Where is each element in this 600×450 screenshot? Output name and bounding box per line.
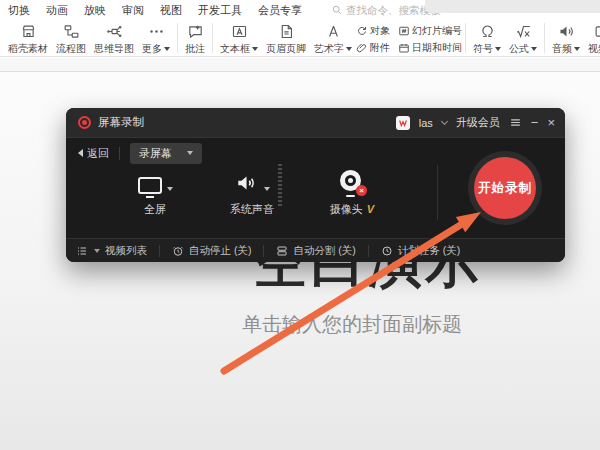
clock-icon (381, 245, 393, 257)
caret-down-icon (94, 249, 100, 253)
slide-subtitle-placeholder[interactable]: 单击输入您的封面副标题 (242, 311, 462, 338)
object-icon (356, 25, 368, 37)
toolbar-separator (177, 23, 178, 53)
dialog-nav-row: 返回 录屏幕 (78, 142, 202, 164)
menu-tab-view[interactable]: 视图 (160, 3, 182, 18)
toolbar-button-attachment[interactable]: 附件 (356, 41, 390, 55)
menu-tab-animation[interactable]: 动画 (46, 3, 68, 18)
calendar-icon (398, 42, 410, 54)
mindmap-icon (106, 23, 123, 40)
toolbar-button-textbox[interactable]: 文本框 (216, 21, 262, 56)
caret-down-icon[interactable] (264, 187, 270, 191)
alarm-clock-icon (172, 245, 184, 257)
omega-icon (479, 23, 496, 40)
shop-icon (20, 23, 37, 40)
footer-separator (368, 245, 369, 257)
scheduled-task-button[interactable]: 计划任务 (关) (381, 244, 460, 258)
arrow-left-icon (78, 149, 83, 157)
vip-badge: V (367, 203, 374, 215)
auto-split-button[interactable]: 自动分割 (关) (276, 244, 355, 258)
toolbar-separator (212, 23, 213, 53)
toolbar-button-header-footer[interactable]: 页眉页脚 (262, 21, 310, 56)
toolbar-button-audio[interactable]: 音频 (548, 21, 584, 56)
toolbar-button-video[interactable]: 视频 (584, 21, 600, 56)
fullscreen-option[interactable]: 全屏 (123, 166, 187, 217)
toolbar-button-more[interactable]: 更多 (138, 21, 174, 56)
comment-icon (187, 23, 204, 40)
split-icon (276, 245, 288, 257)
toolbar-button-slide-number[interactable]: 幻灯片编号 (398, 24, 462, 38)
minimize-button[interactable]: − (531, 116, 539, 129)
camera-off-badge: × (356, 185, 367, 196)
close-button[interactable]: × (547, 116, 555, 129)
dialog-titlebar[interactable]: 屏幕录制 las 升级会员 − × (66, 108, 565, 138)
menu-tab-devtools[interactable]: 开发工具 (198, 3, 242, 18)
menu-tab-review[interactable]: 审阅 (122, 3, 144, 18)
camera-option[interactable]: × 摄像头V (320, 164, 384, 217)
toolbar-stacked-group: 对象 幻灯片编号 附件 日期和时间 (356, 21, 462, 55)
ribbon-lower-band (0, 58, 600, 72)
caret-down-icon (252, 47, 258, 51)
toolbar-button-datetime[interactable]: 日期和时间 (398, 41, 462, 55)
ribbon-toolbar: 稻壳素材 流程图 思维导图 更多 批注 文本框 页眉页脚 艺术字 对象 (0, 20, 600, 57)
toolbar-button-object[interactable]: 对象 (356, 24, 390, 38)
video-icon (594, 23, 600, 40)
screen-record-dialog: 屏幕录制 las 升级会员 − × 返回 录屏幕 全屏 (66, 108, 565, 262)
speaker-icon (558, 23, 575, 40)
slide-number-icon (398, 25, 410, 37)
chevron-down-icon[interactable] (441, 117, 448, 124)
toolbar-button-symbol[interactable]: 符号 (469, 21, 505, 56)
system-sound-option[interactable]: 系统声音 (220, 166, 284, 217)
textbox-icon (231, 23, 248, 40)
caret-down-icon (495, 47, 501, 51)
record-logo-icon (78, 116, 91, 129)
wps-account-icon[interactable] (396, 116, 410, 130)
options-divider (437, 165, 438, 220)
toolbar-button-wordart[interactable]: 艺术字 (310, 21, 356, 56)
footer-separator (159, 245, 160, 257)
caret-down-icon (164, 47, 170, 51)
account-name[interactable]: las (419, 117, 433, 129)
upgrade-member-button[interactable]: 升级会员 (456, 115, 500, 130)
auto-stop-button[interactable]: 自动停止 (关) (172, 244, 251, 258)
formula-icon (515, 23, 532, 40)
toolbar-separator (465, 23, 466, 53)
monitor-icon (138, 177, 162, 194)
menu-tab-slideshow[interactable]: 放映 (84, 3, 106, 18)
speaker-icon (235, 172, 259, 194)
caret-down-icon (531, 47, 537, 51)
nav-separator (119, 147, 120, 160)
video-list-button[interactable]: 视频列表 (76, 244, 147, 258)
caret-down-icon (574, 47, 580, 51)
flowchart-icon (63, 23, 80, 40)
dialog-title: 屏幕录制 (98, 115, 144, 130)
menu-tab-transition[interactable]: 切换 (8, 3, 30, 18)
menu-tab-member[interactable]: 会员专享 (258, 3, 302, 18)
toolbar-separator (544, 23, 545, 53)
start-record-button[interactable]: 开始录制 (474, 157, 536, 219)
caret-down-icon[interactable] (167, 187, 173, 191)
menu-icon[interactable] (509, 116, 522, 129)
record-mode-dropdown[interactable]: 录屏幕 (130, 143, 202, 164)
webcam-icon: × (340, 170, 364, 194)
search-icon (332, 5, 342, 15)
paperclip-icon (356, 42, 368, 54)
toolbar-button-mindmap[interactable]: 思维导图 (90, 21, 138, 56)
toolbar-button-material[interactable]: 稻壳素材 (4, 21, 52, 56)
floating-panel (425, 0, 600, 13)
volume-slider[interactable] (278, 164, 282, 208)
caret-down-icon (346, 47, 352, 51)
toolbar-button-formula[interactable]: 公式 (505, 21, 541, 56)
footer-separator (263, 245, 264, 257)
caret-down-icon (187, 151, 193, 155)
ellipsis-icon (148, 23, 165, 40)
dialog-footer: 视频列表 自动停止 (关) 自动分割 (关) 计划任务 (关) (66, 238, 565, 262)
page-icon (278, 23, 295, 40)
toolbar-button-comment[interactable]: 批注 (181, 21, 209, 56)
toolbar-button-flowchart[interactable]: 流程图 (52, 21, 90, 56)
list-icon (76, 245, 88, 257)
back-button[interactable]: 返回 (78, 146, 109, 161)
wordart-icon (325, 23, 342, 40)
